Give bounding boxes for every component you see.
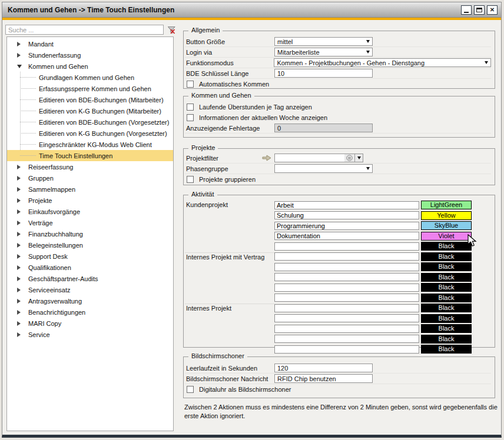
tree-subitem[interactable]: Editieren von BDE-Buchungen (Vorgesetzte… bbox=[7, 116, 173, 128]
activity-color-button[interactable]: Black bbox=[421, 283, 472, 292]
tree-item[interactable]: Sammelmappen bbox=[7, 184, 173, 195]
tree-item[interactable]: Einkaufsvorgänge bbox=[7, 206, 173, 217]
activity-text-input[interactable] bbox=[274, 242, 419, 251]
activity-text-input[interactable] bbox=[274, 325, 419, 333]
tree-item[interactable]: Kommen und Gehen bbox=[7, 61, 173, 72]
funktionsmodus-select[interactable]: Kommen - Projektbuchungen - Gehen - Dien… bbox=[274, 58, 491, 67]
tree-expand-icon[interactable] bbox=[17, 198, 21, 203]
activity-color-button[interactable]: Black bbox=[421, 294, 472, 302]
activity-text-input[interactable] bbox=[274, 232, 419, 240]
tree-expand-icon[interactable] bbox=[17, 221, 21, 225]
tree-item[interactable]: MARI Copy bbox=[7, 318, 173, 329]
bde-schluessel-laenge-input[interactable] bbox=[274, 69, 373, 78]
tree-expand-icon[interactable] bbox=[17, 321, 21, 326]
tree-subitem[interactable]: Eingeschränkter KG-Modus Web Client bbox=[7, 139, 173, 150]
form-row: BDE Schlüssel Länge bbox=[185, 68, 491, 79]
button-groesse-select[interactable]: mittel bbox=[274, 37, 373, 46]
tree-item[interactable]: Benachrichtigungen bbox=[7, 306, 173, 318]
tree-expand-icon[interactable] bbox=[17, 254, 21, 259]
tree-expand-icon[interactable] bbox=[17, 187, 21, 192]
activity-text-input[interactable] bbox=[274, 201, 419, 209]
activity-text-input[interactable] bbox=[274, 284, 419, 292]
tree-expand-icon[interactable] bbox=[17, 42, 21, 46]
projektfilter-dropdown-button[interactable] bbox=[355, 156, 363, 159]
tree-expand-icon[interactable] bbox=[17, 276, 21, 281]
activity-color-button[interactable]: Black bbox=[421, 304, 472, 312]
tree-subitem[interactable]: Grundlagen Kommen und Gehen bbox=[7, 72, 173, 83]
tree-subitem[interactable]: Erfassungssperre Kommen und Gehen bbox=[7, 83, 173, 94]
activity-color-button[interactable]: LightGreen bbox=[421, 201, 472, 209]
tree-expand-icon[interactable] bbox=[17, 209, 21, 214]
activity-text-input[interactable] bbox=[274, 314, 419, 322]
activity-text-input[interactable] bbox=[274, 294, 419, 302]
activity-row: LightGreen bbox=[274, 201, 491, 209]
clear-filter-icon[interactable] bbox=[167, 26, 176, 35]
digitaluhr-checkbox[interactable] bbox=[187, 386, 194, 393]
projekte-gruppieren-checkbox[interactable] bbox=[187, 176, 194, 183]
activity-color-button[interactable]: Black bbox=[421, 314, 472, 323]
activity-text-input[interactable] bbox=[274, 211, 419, 219]
tree-expand-icon[interactable] bbox=[17, 265, 21, 270]
choose-from-list-icon[interactable] bbox=[344, 155, 354, 161]
tree-expand-icon[interactable] bbox=[17, 232, 21, 236]
activity-text-input[interactable] bbox=[274, 335, 419, 343]
tree-expand-icon[interactable] bbox=[17, 165, 21, 169]
activity-color-button[interactable]: Black bbox=[421, 262, 472, 271]
activity-text-input[interactable] bbox=[274, 222, 419, 230]
tree-expand-icon[interactable] bbox=[17, 288, 21, 292]
activity-text-input[interactable] bbox=[274, 252, 419, 261]
phasengruppe-select[interactable] bbox=[274, 164, 373, 173]
tree-item[interactable]: Gruppen bbox=[7, 172, 173, 184]
login-via-select[interactable]: Mitarbeiterliste bbox=[274, 48, 373, 56]
tree-item[interactable]: Geschäftspartner-Audits bbox=[7, 273, 173, 284]
activity-text-input[interactable] bbox=[274, 263, 419, 271]
tree-item[interactable]: Antragsverwaltung bbox=[7, 295, 173, 306]
tree-item[interactable]: Support Desk bbox=[7, 251, 173, 262]
maximize-button[interactable] bbox=[474, 5, 485, 15]
wochen-info-checkbox[interactable] bbox=[187, 114, 194, 121]
tree-collapse-icon[interactable] bbox=[17, 65, 22, 68]
ueberstunden-anzeigen-checkbox[interactable] bbox=[187, 104, 194, 111]
tree-subitem[interactable]: Editieren von K-G Buchungen (Mitarbeiter… bbox=[7, 105, 173, 116]
tree-item[interactable]: Stundenerfassung bbox=[7, 49, 173, 61]
activity-color-button[interactable]: SkyBlue bbox=[421, 221, 472, 230]
tree-expand-icon[interactable] bbox=[17, 310, 21, 315]
tree-item[interactable]: Service bbox=[7, 329, 173, 340]
tree-item[interactable]: Reiseerfassung bbox=[7, 161, 173, 172]
projektfilter-input[interactable] bbox=[275, 154, 344, 162]
close-button[interactable]: ✕ bbox=[487, 5, 498, 15]
leerlaufzeit-input[interactable] bbox=[274, 364, 373, 372]
activity-color-button[interactable]: Black bbox=[421, 335, 472, 344]
activity-color-button[interactable]: Black bbox=[421, 252, 472, 261]
tree-expand-icon[interactable] bbox=[17, 299, 21, 304]
activity-color-button[interactable]: Black bbox=[421, 273, 472, 282]
activity-color-button[interactable]: Black bbox=[421, 242, 472, 251]
tree-item[interactable]: Serviceeinsatz bbox=[7, 284, 173, 295]
activity-text-input[interactable] bbox=[274, 273, 419, 281]
activity-text-input[interactable] bbox=[274, 304, 419, 312]
tree-item[interactable]: Belegeinstellungen bbox=[7, 239, 173, 251]
tree-item[interactable]: Finanzbuchhaltung bbox=[7, 228, 173, 239]
tree-subitem[interactable]: Editieren von K-G Buchungen (Vorgesetzte… bbox=[7, 128, 173, 139]
checkbox-row: Digitaluhr als Bildschirmschoner bbox=[185, 384, 491, 395]
automatisches-kommen-checkbox[interactable] bbox=[187, 81, 194, 88]
search-input[interactable] bbox=[5, 25, 164, 35]
activity-text-input[interactable] bbox=[274, 345, 419, 354]
activity-color-button[interactable]: Yellow bbox=[421, 211, 472, 220]
tree-expand-icon[interactable] bbox=[17, 243, 21, 248]
tree-subitem[interactable]: Time Touch Einstellungen bbox=[7, 150, 173, 161]
activity-color-button[interactable]: Black bbox=[421, 324, 472, 333]
tree-subitem[interactable]: Editieren von BDE-Buchungen (Mitarbeiter… bbox=[7, 94, 173, 105]
tree-item[interactable]: Mandant bbox=[7, 38, 173, 49]
tree-item[interactable]: Projekte bbox=[7, 195, 173, 206]
bildschirmschoner-nachricht-input[interactable] bbox=[274, 374, 373, 383]
minimize-button[interactable] bbox=[461, 5, 472, 15]
link-arrow-icon[interactable] bbox=[261, 155, 272, 161]
tree-expand-icon[interactable] bbox=[17, 53, 21, 58]
tree-item[interactable]: Verträge bbox=[7, 217, 173, 228]
tree-expand-icon[interactable] bbox=[17, 332, 21, 337]
activity-color-button[interactable]: Black bbox=[421, 345, 472, 354]
activity-color-button[interactable]: Violet bbox=[421, 232, 472, 241]
tree-item[interactable]: Qualifikationen bbox=[7, 262, 173, 273]
tree-expand-icon[interactable] bbox=[17, 176, 21, 181]
